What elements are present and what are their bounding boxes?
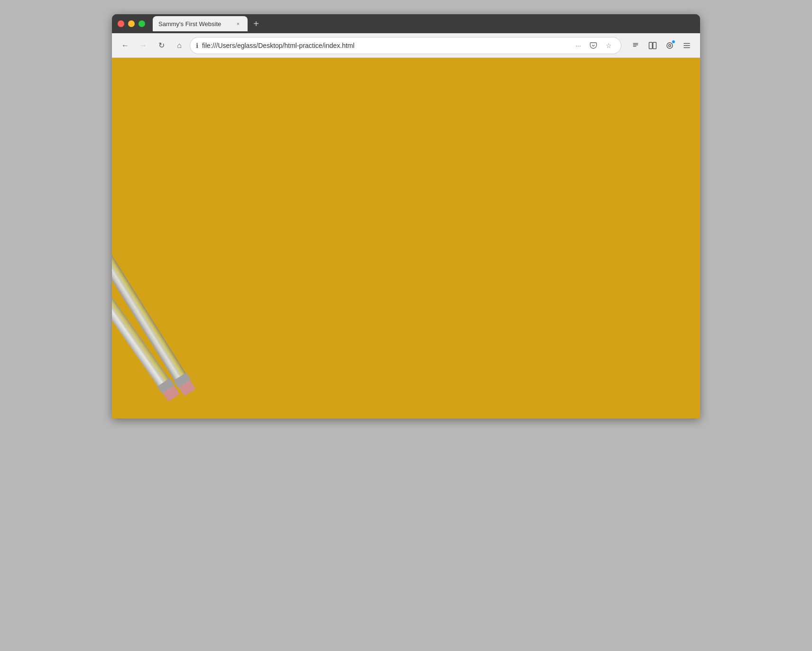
- pocket-icon: [590, 42, 597, 49]
- sync-notification-dot: [672, 40, 675, 44]
- pencils-illustration: [112, 96, 302, 418]
- info-icon: ℹ: [196, 42, 198, 49]
- home-button[interactable]: ⌂: [172, 38, 187, 53]
- minimize-button[interactable]: [128, 20, 135, 27]
- tab-close-button[interactable]: ×: [234, 20, 242, 28]
- svg-point-6: [669, 44, 671, 46]
- tab-title: Sammy's First Website: [158, 20, 231, 28]
- web-page-content: [112, 58, 700, 418]
- browser-window: Sammy's First Website × + ← → ↻ ⌂: [112, 14, 700, 418]
- close-button[interactable]: [118, 20, 124, 27]
- back-button[interactable]: ←: [118, 38, 133, 53]
- right-icons: [628, 38, 694, 53]
- traffic-lights: [118, 20, 145, 27]
- bookmark-button[interactable]: ☆: [602, 39, 615, 52]
- reader-button[interactable]: [645, 38, 660, 53]
- svg-rect-4: [653, 42, 656, 49]
- svg-point-5: [667, 43, 673, 48]
- browser-tab[interactable]: Sammy's First Website ×: [153, 16, 248, 31]
- sync-button[interactable]: [662, 38, 677, 53]
- address-bar-actions: ··· ☆: [572, 39, 615, 52]
- forward-button[interactable]: →: [136, 38, 151, 53]
- reader-icon: [648, 41, 657, 50]
- menu-button[interactable]: [679, 38, 694, 53]
- maximize-button[interactable]: [138, 20, 145, 27]
- history-button[interactable]: [628, 38, 643, 53]
- new-tab-button[interactable]: +: [249, 17, 263, 30]
- refresh-button[interactable]: ↻: [154, 38, 169, 53]
- menu-icon: [683, 41, 691, 50]
- title-bar: Sammy's First Website × +: [112, 14, 700, 33]
- history-icon: [631, 41, 640, 50]
- more-button[interactable]: ···: [572, 39, 585, 52]
- nav-bar: ← → ↻ ⌂ ℹ ···: [112, 33, 700, 58]
- address-bar-container[interactable]: ℹ ··· ☆: [190, 37, 621, 54]
- address-bar[interactable]: [202, 42, 568, 49]
- pocket-button[interactable]: [587, 39, 600, 52]
- svg-rect-3: [649, 42, 653, 49]
